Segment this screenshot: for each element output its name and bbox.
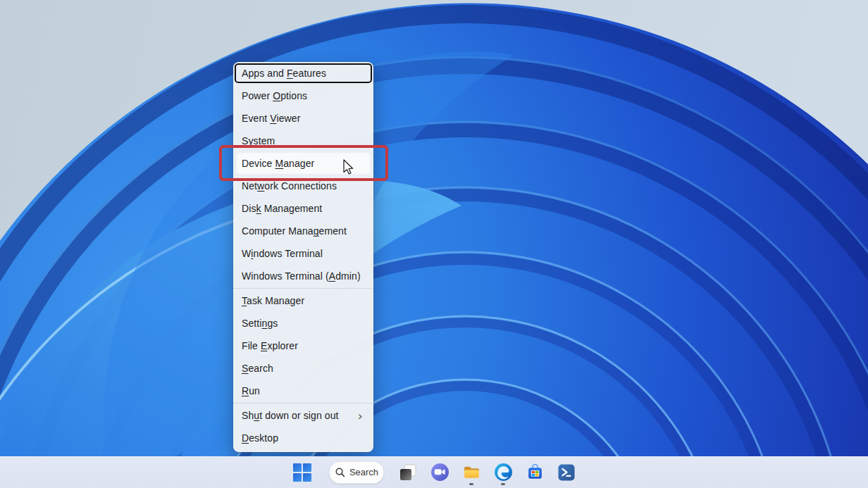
- menu-item-label: Settings: [242, 318, 278, 329]
- menu-item-label: Disk Management: [242, 203, 322, 214]
- menu-separator: [233, 288, 373, 289]
- menu-item-label: File Explorer: [242, 340, 298, 351]
- menu-item-label: Computer Management: [242, 225, 347, 237]
- chat-button[interactable]: [426, 458, 454, 487]
- taskbar-search[interactable]: Search: [329, 461, 384, 484]
- chat-icon: [430, 463, 450, 482]
- menu-item-windows-terminal-admin[interactable]: Windows Terminal (Admin): [237, 265, 370, 287]
- menu-item-label: Windows Terminal: [242, 248, 323, 259]
- menu-item-label: Event Viewer: [242, 113, 300, 124]
- menu-item-device-manager[interactable]: Device Manager: [237, 153, 370, 174]
- taskbar-icon-row: Search: [288, 456, 581, 488]
- store-icon: [526, 463, 545, 482]
- menu-item-desktop[interactable]: Desktop: [237, 427, 370, 449]
- menu-item-system[interactable]: System: [237, 130, 370, 152]
- menu-item-network-connections[interactable]: Network Connections: [237, 175, 370, 197]
- windows-logo-icon: [293, 463, 311, 482]
- menu-item-label: Apps and Features: [242, 68, 326, 79]
- menu-item-label: Network Connections: [242, 180, 337, 192]
- task-view-button[interactable]: [394, 458, 422, 487]
- search-icon: [335, 467, 345, 477]
- menu-item-shut-down-or-sign-out[interactable]: Shut down or sign out›: [237, 404, 370, 427]
- edge-button[interactable]: [489, 458, 517, 487]
- menu-item-disk-management[interactable]: Disk Management: [237, 197, 370, 220]
- menu-item-label: Windows Terminal (Admin): [242, 270, 361, 282]
- chevron-right-icon: ›: [358, 410, 365, 422]
- powershell-button[interactable]: [552, 458, 581, 487]
- menu-item-file-explorer[interactable]: File Explorer: [237, 334, 370, 357]
- menu-item-task-manager[interactable]: Task Manager: [237, 289, 370, 312]
- menu-item-label: Device Manager: [242, 158, 314, 169]
- menu-item-label: Task Manager: [242, 295, 304, 306]
- menu-item-windows-terminal[interactable]: Windows Terminal: [237, 242, 370, 265]
- powershell-icon: [557, 463, 576, 482]
- edge-icon: [494, 463, 513, 482]
- running-indicator: [469, 483, 473, 485]
- menu-item-settings[interactable]: Settings: [237, 312, 370, 334]
- menu-item-power-options[interactable]: Power Options: [237, 85, 370, 107]
- menu-item-label: System: [242, 135, 275, 146]
- menu-item-label: Run: [242, 385, 260, 396]
- menu-item-computer-management[interactable]: Computer Management: [237, 220, 370, 242]
- menu-item-label: Power Options: [242, 90, 307, 101]
- menu-item-event-viewer[interactable]: Event Viewer: [237, 107, 370, 130]
- menu-item-label: Search: [242, 363, 273, 374]
- search-label: Search: [349, 467, 378, 477]
- file-explorer-icon: [462, 463, 481, 482]
- task-view-icon: [399, 463, 417, 482]
- running-indicator: [501, 483, 505, 485]
- menu-item-label: Desktop: [242, 432, 278, 444]
- menu-item-run[interactable]: Run: [237, 380, 370, 402]
- menu-item-apps-and-features[interactable]: Apps and Features: [235, 63, 372, 83]
- menu-separator: [233, 403, 373, 403]
- desktop-wallpaper: [0, 0, 868, 488]
- store-button[interactable]: [521, 458, 549, 487]
- menu-item-label: Shut down or sign out: [242, 410, 339, 421]
- taskbar: Search: [0, 456, 868, 488]
- file-explorer-button[interactable]: [457, 458, 485, 487]
- start-button[interactable]: [288, 458, 316, 487]
- menu-item-search[interactable]: Search: [237, 357, 370, 380]
- win-x-menu: Apps and FeaturesPower OptionsEvent View…: [233, 62, 373, 452]
